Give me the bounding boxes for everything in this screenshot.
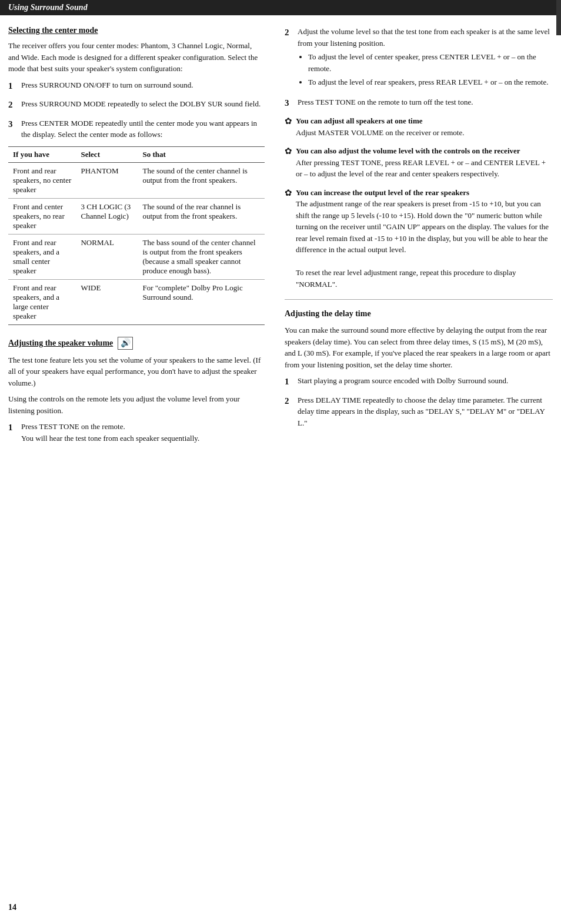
col-header-1: If you have [8, 146, 76, 162]
section-divider [285, 299, 553, 300]
section2-heading: Adjusting the speaker volume [8, 339, 113, 348]
tip-bold-1: You can adjust all speakers at one time [296, 116, 423, 125]
table-cell: Front and rear speakers, and a large cen… [8, 279, 76, 324]
right-column: 2 Adjust the volume level so that the te… [279, 26, 553, 450]
step-item: 3 Press CENTER MODE repeatedly until the… [8, 118, 265, 140]
step-item: 1 Press SURROUND ON/OFF to turn on surro… [8, 79, 265, 93]
step-item: 2 Adjust the volume level so that the te… [285, 26, 553, 91]
right-accent [556, 0, 561, 35]
tip-text-3b: To reset the rear level adjustment range… [296, 268, 516, 289]
header-bar: Using Surround Sound [0, 0, 561, 15]
step-text: Press TEST TONE on the remote. [21, 422, 125, 431]
right-steps-1: 2 Adjust the volume level so that the te… [285, 26, 553, 109]
step-content: Press SURROUND MODE repeatedly to select… [21, 98, 261, 112]
step-item: 2 Press SURROUND MODE repeatedly to sele… [8, 98, 265, 112]
page-number: 14 [8, 903, 16, 912]
step-num: 3 [8, 118, 21, 140]
table-cell: The sound of the rear channel is output … [138, 198, 265, 234]
tip-icon-2: ✿ [285, 146, 292, 156]
tip-content-1: You can adjust all speakers at one time … [296, 115, 464, 138]
page-wrapper: Using Surround Sound Selecting the cente… [0, 0, 561, 924]
step-content: Press TEST TONE on the remote to turn of… [298, 96, 473, 110]
step-content: Press TEST TONE on the remote. You will … [21, 421, 199, 444]
step-num: 2 [8, 98, 21, 112]
left-column: Selecting the center mode The receiver o… [8, 26, 279, 450]
step-num: 1 [8, 421, 21, 444]
section1-intro: The receiver offers you four center mode… [8, 40, 265, 75]
table-cell: WIDE [76, 279, 138, 324]
step-content: Start playing a program source encoded w… [298, 375, 508, 389]
speaker-vol-header: Adjusting the speaker volume 🔊 [8, 337, 265, 350]
section3-heading: Adjusting the delay time [285, 309, 553, 319]
table-cell: The sound of the center channel is outpu… [138, 162, 265, 198]
tip-bold-2: You can also adjust the volume level wit… [296, 146, 520, 155]
tip-content-3: You can increase the output level of the… [296, 187, 553, 290]
step-content: Press CENTER MODE repeatedly until the c… [21, 118, 265, 140]
tip-icon-1: ✿ [285, 116, 292, 126]
section1-steps: 1 Press SURROUND ON/OFF to turn on surro… [8, 79, 265, 140]
table-cell: The bass sound of the center channel is … [138, 234, 265, 279]
speaker-icon-box: 🔊 [118, 337, 133, 350]
step-content: Press DELAY TIME repeatedly to choose th… [298, 394, 553, 429]
section3-steps: 1 Start playing a program source encoded… [285, 375, 553, 428]
tip-content-2: You can also adjust the volume level wit… [296, 145, 553, 180]
table-row: Front and rear speakers, no center speak… [8, 162, 265, 198]
section3-intro: You can make the surround sound more eff… [285, 324, 553, 370]
step-num: 2 [285, 26, 298, 91]
step-content: Press SURROUND ON/OFF to turn on surroun… [21, 79, 193, 93]
section2-intro1: The test tone feature lets you set the v… [8, 354, 265, 389]
step-text: Adjust the volume level so that the test… [298, 27, 550, 48]
table-row: Front and rear speakers, and a small cen… [8, 234, 265, 279]
content-area: Selecting the center mode The receiver o… [0, 26, 561, 450]
table-cell: For "complete" Dolby Pro Logic Surround … [138, 279, 265, 324]
step-num: 2 [285, 394, 298, 429]
section2-steps: 1 Press TEST TONE on the remote. You wil… [8, 421, 265, 444]
tip-text-3: The adjustment range of the rear speaker… [296, 199, 549, 254]
speaker-icon: 🔊 [121, 338, 131, 348]
table-cell: Front and center speakers, no rear speak… [8, 198, 76, 234]
table-header-row: If you have Select So that [8, 146, 265, 162]
step-item: 2 Press DELAY TIME repeatedly to choose … [285, 394, 553, 429]
table-row: Front and center speakers, no rear speak… [8, 198, 265, 234]
step-bullets: To adjust the level of center speaker, p… [308, 51, 553, 88]
step-content: Adjust the volume level so that the test… [298, 26, 553, 91]
section1-heading: Selecting the center mode [8, 26, 265, 35]
tip-2: ✿ You can also adjust the volume level w… [285, 145, 553, 180]
step-num: 1 [8, 79, 21, 93]
tip-text-1: Adjust MASTER VOLUME on the receiver or … [296, 128, 464, 137]
table-row: Front and rear speakers, and a large cen… [8, 279, 265, 324]
step-item: 1 Start playing a program source encoded… [285, 375, 553, 389]
header-title: Using Surround Sound [8, 3, 88, 12]
table-cell: PHANTOM [76, 162, 138, 198]
tip-bold-3: You can increase the output level of the… [296, 188, 469, 197]
step-num: 1 [285, 375, 298, 389]
bullet-item: To adjust the level of center speaker, p… [308, 51, 553, 74]
col-header-3: So that [138, 146, 265, 162]
step-sub: You will hear the test tone from each sp… [21, 434, 199, 443]
tip-3: ✿ You can increase the output level of t… [285, 187, 553, 290]
bullet-item: To adjust the level of rear speakers, pr… [308, 76, 553, 88]
step-item: 3 Press TEST TONE on the remote to turn … [285, 96, 553, 110]
col-header-2: Select [76, 146, 138, 162]
section2-intro2: Using the controls on the remote lets yo… [8, 393, 265, 416]
speaker-table: If you have Select So that Front and rea… [8, 146, 265, 325]
step-item: 1 Press TEST TONE on the remote. You wil… [8, 421, 265, 444]
table-cell: Front and rear speakers, no center speak… [8, 162, 76, 198]
step-num: 3 [285, 96, 298, 110]
table-cell: NORMAL [76, 234, 138, 279]
table-cell: Front and rear speakers, and a small cen… [8, 234, 76, 279]
table-cell: 3 CH LOGIC (3 Channel Logic) [76, 198, 138, 234]
tip-1: ✿ You can adjust all speakers at one tim… [285, 115, 553, 138]
tip-icon-3: ✿ [285, 188, 292, 198]
tip-text-2: After pressing TEST TONE, press REAR LEV… [296, 158, 546, 179]
